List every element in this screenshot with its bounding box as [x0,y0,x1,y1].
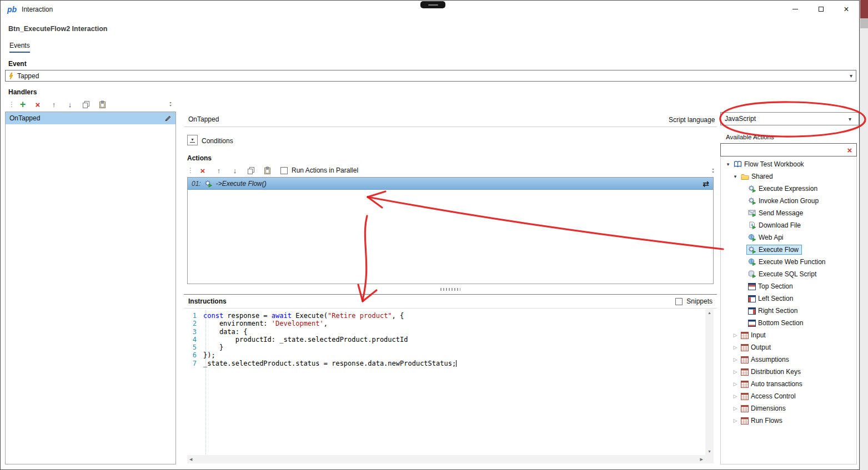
expand-expander-icon[interactable]: ▷ [731,357,739,362]
table-icon [741,368,749,376]
section-right-icon [748,307,756,315]
swap-action-icon[interactable]: ⇄ [703,179,709,188]
tree-item-label: Input [751,331,766,339]
tree-item-input[interactable]: ▷Input [721,329,856,341]
code-line-2[interactable]: 2 environment: 'Development', [187,320,705,327]
collapse-expander-icon[interactable]: ▾ [731,174,739,179]
expand-expander-icon[interactable]: ▷ [731,381,739,387]
event-dropdown[interactable]: Tapped ▾ [5,70,856,82]
drag-handle-icon[interactable]: ⋮ [8,100,15,108]
tree-item-execute-web-function[interactable]: Execute Web Function [721,256,856,268]
delete-action-button[interactable]: × [195,166,210,175]
folder-icon [741,173,749,180]
table-icon [741,405,749,412]
actions-toolbar: ⋮ × ↑ ↓ Run Actions in Parallel [187,165,358,176]
close-button[interactable]: × [834,1,859,18]
run-parallel-label: Run Actions in Parallel [292,166,358,174]
script-language-value: JavaScript [725,115,756,123]
instructions-header: Instructions Snippets [184,294,717,309]
tab-events[interactable]: Events [9,42,30,53]
code-line-1[interactable]: 1const response = await Execute("Retire … [187,312,705,320]
tree-item-distribution-keys[interactable]: ▷Distribution Keys [721,366,856,378]
maximize-button[interactable] [808,1,834,18]
clear-search-button[interactable]: × [843,145,856,155]
tree-item-execute-expression[interactable]: Execute Expression [721,183,856,195]
delete-handler-button[interactable]: × [31,100,45,109]
horizontal-scrollbar[interactable]: ◀ ▶ [187,455,705,463]
tree-item-content: Bottom Section [746,318,806,328]
expand-expander-icon[interactable]: ▷ [731,418,739,423]
minimize-button[interactable] [782,1,808,18]
scroll-down-icon[interactable]: ▼ [708,449,711,453]
tree-item-dimensions[interactable]: ▷Dimensions [721,402,856,415]
tree-item-assumptions[interactable]: ▷Assumptions [721,353,856,366]
edit-pencil-icon[interactable] [164,115,172,122]
line-number: 6 [187,351,202,359]
snippets-label: Snippets [686,297,713,305]
tree-item-execute-flow[interactable]: Execute Flow [721,244,856,256]
move-handler-down-button[interactable]: ↓ [63,100,77,109]
tree-item-send-message[interactable]: Send Message [721,207,856,219]
conditions-expander-button[interactable]: ▾ [187,135,198,145]
paste-handler-button[interactable] [95,100,109,108]
move-handler-up-button[interactable]: ↑ [47,100,61,109]
drag-handle-icon[interactable]: ⋮ [187,166,194,174]
tree-item-invoke-action-group[interactable]: Invoke Action Group [721,195,856,207]
tree-item-web-api[interactable]: Web Api [721,231,856,244]
code-line-4[interactable]: 4 productId: _state.selectedProduct.prod… [187,336,705,343]
tree-item-run-flows[interactable]: ▷Run Flows [721,415,856,427]
run-parallel-checkbox[interactable] [280,167,288,174]
handlers-toolbar-options-button[interactable]: ▾▾ [167,102,174,107]
actions-instructions-splitter[interactable] [184,285,717,294]
move-action-down-button[interactable]: ↓ [228,166,242,175]
code-editor[interactable]: 1const response = await Execute("Retire … [187,309,714,463]
script-language-dropdown[interactable]: JavaScript ▾ [720,112,859,125]
tree-item-flow-test-workbook[interactable]: ▾Flow Test Workbook [721,158,856,170]
tree-item-shared[interactable]: ▾Shared [721,170,856,183]
table-icon [741,356,749,363]
expand-expander-icon[interactable]: ▷ [731,332,739,338]
tree-item-top-section[interactable]: Top Section [721,280,856,292]
code-line-6[interactable]: 6}); [187,351,705,359]
snippets-checkbox[interactable] [675,298,683,305]
paste-action-button[interactable] [260,166,274,174]
scroll-up-icon[interactable]: ▲ [708,311,711,315]
gear-play-icon [204,180,213,188]
background-strip-gray [860,18,868,28]
tree-item-download-file[interactable]: Download File [721,219,856,231]
collapse-expander-icon[interactable]: ▾ [724,161,732,167]
tree-item-output[interactable]: ▷Output [721,341,856,353]
tree-item-access-control[interactable]: ▷Access Control [721,390,856,402]
lightning-icon [8,72,14,80]
line-number: 4 [187,336,202,343]
code-line-7[interactable]: 7_state.selectedProduct.status = respons… [187,360,705,367]
tree-item-content: Auto transactions [739,379,806,389]
tree-item-label: Invoke Action Group [759,197,819,205]
tree-item-bottom-section[interactable]: Bottom Section [721,317,856,329]
screen-share-pill [420,1,445,8]
vertical-scrollbar[interactable]: ▲ ▼ [705,309,714,455]
add-handler-button[interactable]: + [17,99,29,110]
background-strip-red [860,0,868,18]
move-action-up-button[interactable]: ↑ [212,166,226,175]
action-item-execute-flow[interactable]: 01: ->Execute Flow() ⇄ [188,178,713,190]
expand-expander-icon[interactable]: ▷ [731,406,739,411]
handler-item-ontapped[interactable]: OnTapped [6,112,175,124]
splitter-grip[interactable] [440,288,460,291]
scroll-right-icon[interactable]: ▶ [700,457,703,462]
tree-item-execute-sql-script[interactable]: Execute SQL Script [721,268,856,280]
scroll-left-icon[interactable]: ◀ [189,457,192,462]
actions-search-input[interactable] [721,146,843,154]
tree-item-left-section[interactable]: Left Section [721,292,856,305]
code-line-5[interactable]: 5 } [187,343,705,351]
code-line-3[interactable]: 3 data: { [187,328,705,336]
expand-expander-icon[interactable]: ▷ [731,369,739,375]
copy-action-button[interactable] [244,166,258,174]
copy-handler-button[interactable] [79,100,93,108]
tree-item-auto-transactions[interactable]: ▷Auto transactions [721,378,856,390]
tree-item-right-section[interactable]: Right Section [721,305,856,317]
expand-expander-icon[interactable]: ▷ [731,393,739,399]
expand-expander-icon[interactable]: ▷ [731,345,739,350]
actions-toolbar-options-button[interactable]: ▾▾ [710,168,716,174]
table-icon [741,393,749,400]
